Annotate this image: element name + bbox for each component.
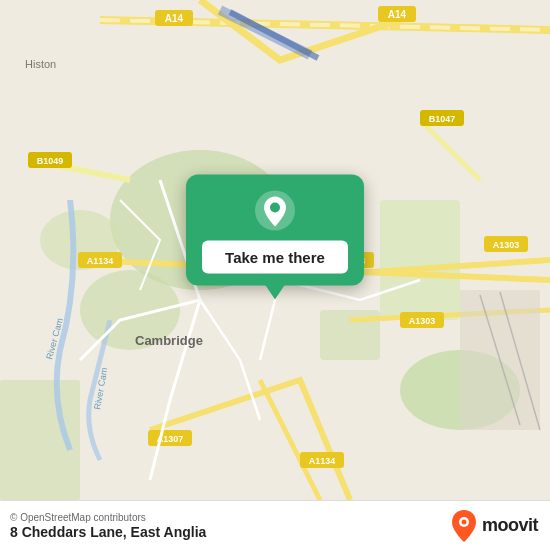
bottom-bar-info: © OpenStreetMap contributors 8 Cheddars … (10, 512, 206, 540)
svg-text:A1303: A1303 (493, 240, 520, 250)
location-name: 8 Cheddars Lane, East Anglia (10, 524, 206, 540)
map-container: A14 A14 B1049 A1134 A1134 A1303 A1303 A1… (0, 0, 550, 500)
moovit-logo: moovit (450, 509, 538, 543)
map-attribution: © OpenStreetMap contributors (10, 512, 206, 523)
svg-text:Cambridge: Cambridge (135, 333, 203, 348)
svg-point-40 (461, 519, 466, 524)
location-pin-icon (253, 189, 297, 233)
moovit-pin-icon (450, 509, 478, 543)
svg-text:B1049: B1049 (37, 156, 64, 166)
moovit-logo-text: moovit (482, 515, 538, 536)
take-me-there-button[interactable]: Take me there (202, 241, 348, 274)
svg-text:A14: A14 (388, 9, 407, 20)
bottom-bar: © OpenStreetMap contributors 8 Cheddars … (0, 500, 550, 550)
svg-text:A1134: A1134 (87, 256, 114, 266)
popup-card: Take me there (186, 175, 364, 286)
svg-rect-3 (380, 200, 460, 320)
svg-text:A1134: A1134 (309, 456, 336, 466)
svg-text:A14: A14 (165, 13, 184, 24)
svg-text:A1303: A1303 (409, 316, 436, 326)
svg-text:Histon: Histon (25, 58, 56, 70)
svg-text:B1047: B1047 (429, 114, 456, 124)
svg-point-38 (270, 203, 280, 213)
